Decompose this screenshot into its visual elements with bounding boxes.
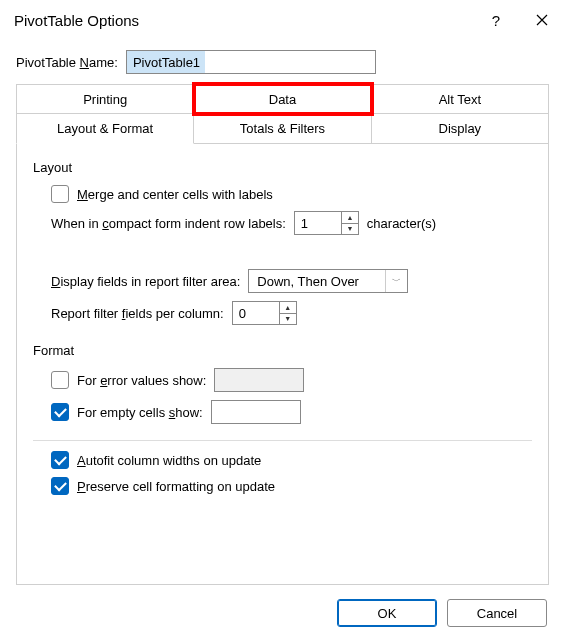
report-filter-row: Report filter fields per column: ▲ ▼ [51,301,532,325]
name-row: PivotTable Name: [0,40,565,82]
indent-row-labels-row: When in compact form indent row labels: … [51,211,532,235]
name-label: PivotTable Name: [16,55,118,70]
error-values-row: For error values show: [51,368,532,392]
autofit-label: Autofit column widths on update [77,453,261,468]
empty-cells-label: For empty cells show: [77,405,203,420]
cancel-button[interactable]: Cancel [447,599,547,627]
report-filter-spin-buttons: ▲ ▼ [279,302,296,324]
tab-display[interactable]: Display [372,113,549,144]
help-button[interactable]: ? [473,0,519,40]
layout-section-label: Layout [33,160,532,175]
display-fields-select[interactable]: Down, Then Over ﹀ [248,269,408,293]
indent-spin-down[interactable]: ▼ [342,223,358,234]
tab-row-top: Printing Data Alt Text [16,84,549,114]
tab-totals-filters[interactable]: Totals & Filters [194,113,371,144]
indent-spinner[interactable]: ▲ ▼ [294,211,359,235]
indent-label: When in compact form indent row labels: [51,216,286,231]
button-bar: OK Cancel [0,585,565,641]
preserve-row: Preserve cell formatting on update [51,477,532,495]
tabs: Printing Data Alt Text Layout & Format T… [0,82,565,144]
divider [33,440,532,441]
format-section-label: Format [33,343,532,358]
tab-alttext[interactable]: Alt Text [372,84,549,114]
error-values-label: For error values show: [77,373,206,388]
merge-cells-checkbox[interactable] [51,185,69,203]
merge-cells-row: Merge and center cells with labels [51,185,532,203]
merge-cells-label: Merge and center cells with labels [77,187,273,202]
ok-button[interactable]: OK [337,599,437,627]
tab-printing[interactable]: Printing [16,84,194,114]
tab-data[interactable]: Data [194,84,371,114]
indent-spin-buttons: ▲ ▼ [341,212,358,234]
display-fields-label: Display fields in report filter area: [51,274,240,289]
autofit-checkbox[interactable] [51,451,69,469]
report-filter-spinner[interactable]: ▲ ▼ [232,301,297,325]
indent-spin-up[interactable]: ▲ [342,212,358,223]
pivottable-name-input[interactable] [126,50,376,74]
close-icon [536,14,548,26]
pivottable-options-dialog: PivotTable Options ? PivotTable Name: Pr… [0,0,565,641]
preserve-label: Preserve cell formatting on update [77,479,275,494]
tab-row-bottom: Layout & Format Totals & Filters Display [16,113,549,144]
close-button[interactable] [519,0,565,40]
layout-format-panel: Layout Merge and center cells with label… [16,144,549,585]
preserve-checkbox[interactable] [51,477,69,495]
display-fields-value: Down, Then Over [257,274,385,289]
error-values-input [214,368,304,392]
empty-cells-checkbox[interactable] [51,403,69,421]
report-filter-spin-down[interactable]: ▼ [280,313,296,324]
empty-cells-input[interactable] [211,400,301,424]
report-filter-label: Report filter fields per column: [51,306,224,321]
display-fields-row: Display fields in report filter area: Do… [51,269,532,293]
report-filter-input[interactable] [233,302,279,324]
tab-layout-format[interactable]: Layout & Format [16,113,194,144]
error-values-checkbox[interactable] [51,371,69,389]
chevron-down-icon: ﹀ [385,270,407,292]
autofit-row: Autofit column widths on update [51,451,532,469]
report-filter-spin-up[interactable]: ▲ [280,302,296,313]
indent-suffix: character(s) [367,216,436,231]
titlebar: PivotTable Options ? [0,0,565,40]
empty-cells-row: For empty cells show: [51,400,532,424]
indent-input[interactable] [295,212,341,234]
dialog-title: PivotTable Options [14,12,473,29]
